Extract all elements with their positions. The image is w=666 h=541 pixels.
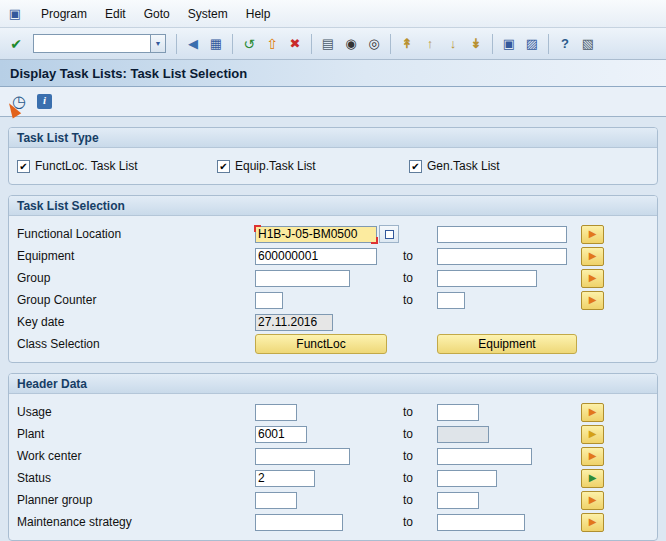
checkbox-equip-task-list[interactable]: ✔ Equip.Task List [217, 159, 409, 173]
multi-select-arrow-icon: ▶ [589, 295, 597, 305]
first-page-icon[interactable]: ↟ [397, 34, 417, 54]
page-down-icon[interactable]: ↓ [443, 34, 463, 54]
field-label: Status [17, 471, 255, 485]
to-label: to [403, 405, 437, 419]
multi-select-button[interactable]: ▶ [581, 491, 604, 510]
multi-select-button[interactable]: ▶ [581, 291, 604, 310]
multi-select-arrow-icon: ▶ [589, 407, 597, 417]
help-icon[interactable]: ? [555, 34, 575, 54]
multi-select-arrow-icon: ▶ [589, 473, 597, 483]
group-input[interactable] [255, 270, 350, 287]
row-functional-location: Functional Location ▶ [17, 223, 649, 245]
info-icon[interactable]: i [37, 94, 52, 109]
menu-goto[interactable]: Goto [135, 4, 179, 24]
menu-edit[interactable]: Edit [96, 4, 135, 24]
functional-location-input[interactable] [255, 226, 377, 243]
functloc-class-button[interactable]: FunctLoc [255, 334, 387, 354]
value-help-icon [385, 230, 394, 239]
equipment-class-button[interactable]: Equipment [437, 334, 577, 354]
menu-bar: ▣ Program Edit Goto System Help [0, 0, 666, 28]
multi-select-button[interactable]: ▶ [581, 469, 604, 488]
multi-select-arrow-icon: ▶ [589, 251, 597, 261]
multi-select-button[interactable]: ▶ [581, 447, 604, 466]
matchcode-button[interactable] [379, 225, 399, 243]
save-icon[interactable]: ▦ [206, 34, 226, 54]
to-label: to [403, 293, 437, 307]
group-to-input[interactable] [437, 270, 537, 287]
checkbox-functloc-task-list[interactable]: ✔ FunctLoc. Task List [17, 159, 217, 173]
multi-select-arrow-icon: ▶ [589, 495, 597, 505]
checkbox-gen-task-list[interactable]: ✔ Gen.Task List [409, 159, 500, 173]
multi-select-button[interactable]: ▶ [581, 225, 604, 244]
to-label: to [403, 249, 437, 263]
multi-select-button[interactable]: ▶ [581, 425, 604, 444]
group-counter-input[interactable] [255, 292, 283, 309]
multi-select-arrow-icon: ▶ [589, 517, 597, 527]
standard-toolbar: ✔ ▼ ◀ ▦ ↺ ⇧ ✖ ▤ ◉ ◎ ↟ ↑ ↓ ↡ ▣ ▨ ? ▧ [0, 28, 666, 60]
check-icon: ✔ [19, 161, 27, 172]
find-next-icon[interactable]: ◎ [364, 34, 384, 54]
focused-field-frame [255, 226, 377, 243]
command-dropdown-icon[interactable]: ▼ [151, 34, 166, 53]
section-title: Task List Type [17, 131, 99, 145]
checkbox-label: FunctLoc. Task List [35, 159, 138, 173]
customize-icon[interactable]: ▧ [578, 34, 598, 54]
planner-group-input[interactable] [255, 492, 297, 509]
plant-input[interactable] [255, 426, 307, 443]
field-label: Group Counter [17, 293, 255, 307]
shortcut-icon[interactable]: ▨ [522, 34, 542, 54]
toolbar-separator [311, 34, 312, 54]
check-icon: ✔ [219, 161, 227, 172]
field-label: Functional Location [17, 227, 255, 241]
multi-select-button[interactable]: ▶ [581, 513, 604, 532]
section-title: Header Data [17, 377, 87, 391]
maintenance-strategy-to-input[interactable] [437, 514, 525, 531]
field-label: Usage [17, 405, 255, 419]
row-work-center: Work center to ▶ [17, 445, 649, 467]
multi-select-arrow-icon: ▶ [589, 273, 597, 283]
multi-select-button[interactable]: ▶ [581, 247, 604, 266]
row-class-selection: Class Selection FunctLoc Equipment [17, 333, 649, 355]
work-center-to-input[interactable] [437, 448, 532, 465]
checkbox-label: Equip.Task List [235, 159, 316, 173]
exit-icon[interactable]: ⇧ [262, 34, 282, 54]
usage-to-input[interactable] [437, 404, 479, 421]
status-to-input[interactable] [437, 470, 497, 487]
field-label: Key date [17, 315, 255, 329]
last-page-icon[interactable]: ↡ [466, 34, 486, 54]
plant-to-input[interactable] [437, 426, 489, 443]
row-usage: Usage to ▶ [17, 401, 649, 423]
work-center-input[interactable] [255, 448, 350, 465]
menu-help[interactable]: Help [237, 4, 280, 24]
new-session-icon[interactable]: ▣ [499, 34, 519, 54]
cancel-icon[interactable]: ✖ [285, 34, 305, 54]
checkbox-label: Gen.Task List [427, 159, 500, 173]
status-input[interactable] [255, 470, 315, 487]
checkbox-box: ✔ [409, 160, 422, 173]
page-title: Display Task Lists: Task List Selection [10, 66, 247, 81]
equipment-to-input[interactable] [437, 248, 567, 265]
back-icon[interactable]: ◀ [183, 34, 203, 54]
maintenance-strategy-input[interactable] [255, 514, 343, 531]
field-label: Class Selection [17, 337, 255, 351]
menu-system[interactable]: System [179, 4, 237, 24]
usage-input[interactable] [255, 404, 297, 421]
window-icon: ▣ [6, 5, 24, 23]
multi-select-button[interactable]: ▶ [581, 269, 604, 288]
planner-group-to-input[interactable] [437, 492, 479, 509]
group-counter-to-input[interactable] [437, 292, 465, 309]
find-icon[interactable]: ◉ [341, 34, 361, 54]
section-title: Task List Selection [17, 199, 125, 213]
multi-select-button[interactable]: ▶ [581, 403, 604, 422]
command-input[interactable] [33, 34, 151, 53]
field-label: Maintenance strategy [17, 515, 255, 529]
refresh-icon[interactable]: ↺ [239, 34, 259, 54]
key-date-input[interactable] [255, 314, 333, 331]
functional-location-to-input[interactable] [437, 226, 567, 243]
menu-program[interactable]: Program [32, 4, 96, 24]
print-icon[interactable]: ▤ [318, 34, 338, 54]
equipment-input[interactable] [255, 248, 377, 265]
section-header: Task List Type [9, 128, 657, 148]
enter-icon[interactable]: ✔ [6, 34, 26, 54]
page-up-icon[interactable]: ↑ [420, 34, 440, 54]
